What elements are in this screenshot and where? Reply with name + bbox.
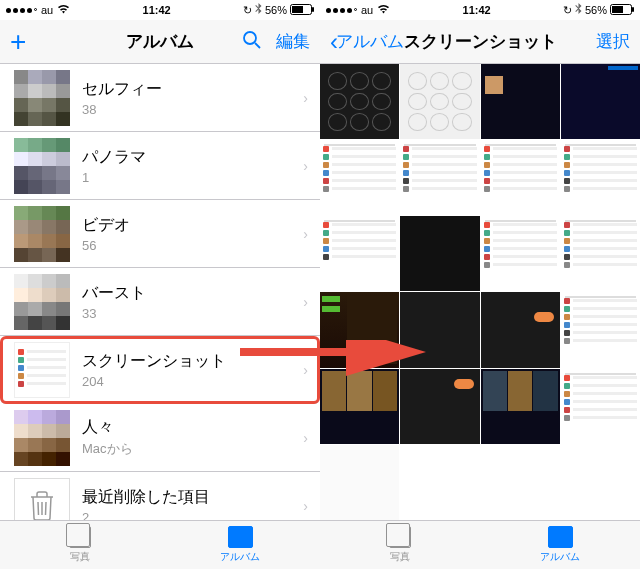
screenshot-thumb[interactable] <box>481 216 560 291</box>
svg-point-3 <box>244 32 256 44</box>
back-button[interactable]: ‹アルバム <box>330 28 404 56</box>
screenshot-thumb[interactable] <box>400 292 479 367</box>
album-row-videos[interactable]: ビデオ56 › <box>0 200 320 268</box>
screenshot-thumb[interactable] <box>320 369 399 444</box>
bluetooth-icon <box>255 3 262 17</box>
screenshot-thumb[interactable] <box>320 445 399 520</box>
album-name: ビデオ <box>82 215 291 236</box>
screenshot-thumb[interactable] <box>320 64 399 139</box>
wifi-icon <box>57 4 70 16</box>
add-button[interactable]: + <box>10 26 26 58</box>
album-name: セルフィー <box>82 79 291 100</box>
album-count: 204 <box>82 374 291 389</box>
orientation-lock-icon: ↻ <box>243 4 252 17</box>
album-name: パノラマ <box>82 147 291 168</box>
album-row-burst[interactable]: バースト33 › <box>0 268 320 336</box>
album-name: スクリーンショット <box>82 351 291 372</box>
tab-label: 写真 <box>390 550 410 564</box>
bluetooth-icon <box>575 3 582 17</box>
album-count: 2 <box>82 510 291 521</box>
carrier-label: au <box>361 4 373 16</box>
chevron-right-icon: › <box>303 294 308 310</box>
chevron-right-icon: › <box>303 226 308 242</box>
screenshot-thumb[interactable] <box>400 140 479 215</box>
orientation-lock-icon: ↻ <box>563 4 572 17</box>
albums-icon <box>228 526 253 548</box>
chevron-right-icon: › <box>303 158 308 174</box>
screenshot-thumb[interactable] <box>561 64 640 139</box>
screenshot-thumb[interactable] <box>481 140 560 215</box>
signal-dots-icon <box>6 8 37 13</box>
screenshot-thumb[interactable] <box>561 140 640 215</box>
svg-rect-2 <box>312 7 314 12</box>
page-title: アルバム <box>126 30 194 53</box>
album-count: 38 <box>82 102 291 117</box>
chevron-right-icon: › <box>303 90 308 106</box>
time-label: 11:42 <box>143 4 171 16</box>
chevron-right-icon: › <box>303 430 308 446</box>
photos-icon <box>69 526 91 548</box>
screenshot-thumb[interactable] <box>400 216 479 291</box>
page-title: スクリーンショット <box>404 30 557 53</box>
battery-label: 56% <box>585 4 607 16</box>
screenshot-thumb[interactable] <box>320 216 399 291</box>
tab-photos[interactable]: 写真 <box>0 521 160 569</box>
album-row-recently-deleted[interactable]: 最近削除した項目2 › <box>0 472 320 520</box>
album-count: 1 <box>82 170 291 185</box>
screenshot-thumb[interactable] <box>320 140 399 215</box>
screenshot-thumb[interactable] <box>481 64 560 139</box>
album-count: 56 <box>82 238 291 253</box>
tab-photos[interactable]: 写真 <box>320 521 480 569</box>
phone-left: au 11:42 ↻ 56% + アルバム <box>0 0 320 569</box>
svg-rect-7 <box>632 7 634 12</box>
album-thumb <box>14 138 70 194</box>
album-name: 最近削除した項目 <box>82 487 291 508</box>
phone-right: au 11:42 ↻ 56% ‹アルバム スクリーンショット 選択 <box>320 0 640 569</box>
chevron-right-icon: › <box>303 498 308 514</box>
screenshot-thumb[interactable] <box>400 445 479 520</box>
battery-icon <box>610 4 634 17</box>
time-label: 11:42 <box>463 4 491 16</box>
tab-label: アルバム <box>540 550 580 564</box>
screenshot-thumb[interactable] <box>400 369 479 444</box>
trash-icon <box>14 478 70 521</box>
tab-bar: 写真 アルバム <box>320 520 640 569</box>
tab-label: アルバム <box>220 550 260 564</box>
screenshot-thumb[interactable] <box>400 64 479 139</box>
album-thumb <box>14 410 70 466</box>
screenshot-thumb[interactable] <box>481 445 560 520</box>
nav-bar: + アルバム 編集 <box>0 20 320 64</box>
carrier-label: au <box>41 4 53 16</box>
edit-button[interactable]: 編集 <box>276 30 310 53</box>
album-thumb <box>14 70 70 126</box>
album-name: バースト <box>82 283 291 304</box>
screenshot-thumb[interactable] <box>320 292 399 367</box>
photos-icon <box>389 526 411 548</box>
svg-rect-1 <box>292 6 303 13</box>
tab-albums[interactable]: アルバム <box>480 521 640 569</box>
album-name: 人々 <box>82 417 291 438</box>
screenshot-thumb[interactable] <box>561 216 640 291</box>
screenshot-thumb[interactable] <box>561 445 640 520</box>
album-row-screenshots[interactable]: スクリーンショット204 › <box>0 336 320 404</box>
screenshot-thumb[interactable] <box>561 369 640 444</box>
albums-icon <box>548 526 573 548</box>
screenshot-thumb[interactable] <box>481 369 560 444</box>
album-count: 33 <box>82 306 291 321</box>
album-row-selfies[interactable]: セルフィー38 › <box>0 64 320 132</box>
battery-icon <box>290 4 314 17</box>
svg-line-4 <box>255 43 260 48</box>
tab-albums[interactable]: アルバム <box>160 521 320 569</box>
status-bar: au 11:42 ↻ 56% <box>320 0 640 20</box>
search-icon[interactable] <box>242 30 262 54</box>
album-thumb <box>14 206 70 262</box>
select-button[interactable]: 選択 <box>596 30 630 53</box>
screenshot-thumb[interactable] <box>481 292 560 367</box>
tab-bar: 写真 アルバム <box>0 520 320 569</box>
album-row-panorama[interactable]: パノラマ1 › <box>0 132 320 200</box>
screenshot-thumb[interactable] <box>561 292 640 367</box>
album-list: セルフィー38 › パノラマ1 › ビデオ56 › バースト33 › <box>0 64 320 520</box>
album-thumb <box>14 274 70 330</box>
album-row-people[interactable]: 人々Macから › <box>0 404 320 472</box>
battery-label: 56% <box>265 4 287 16</box>
